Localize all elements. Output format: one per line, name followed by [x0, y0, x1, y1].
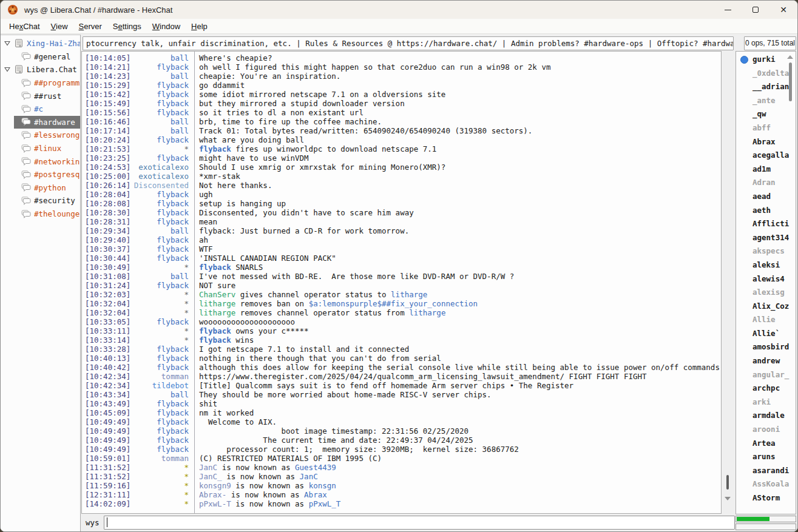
user-item[interactable]: Allie [736, 313, 796, 327]
menu-item-settings[interactable]: Settings [107, 20, 147, 33]
nick[interactable]: * [131, 290, 194, 299]
sidebar-item--security[interactable]: #security [1, 194, 80, 207]
nick[interactable]: * [131, 308, 194, 317]
nick[interactable]: flyback [131, 426, 194, 436]
nick[interactable]: ball [131, 272, 194, 281]
sidebar-item--networkin[interactable]: #networkin [1, 155, 80, 168]
user-item[interactable]: aruns [736, 450, 796, 464]
user-item[interactable]: __adrian [736, 80, 796, 94]
nick[interactable]: tomman [131, 372, 194, 381]
nick[interactable]: flyback [131, 190, 194, 199]
menu-item-window[interactable]: Window [147, 20, 186, 33]
nick[interactable]: flyback [131, 445, 194, 454]
user-item[interactable]: alewis4 [736, 272, 796, 286]
nick[interactable]: * [131, 335, 194, 345]
user-item[interactable]: armdale [736, 409, 796, 423]
nick[interactable]: * [131, 472, 194, 481]
nick[interactable]: tildebot [131, 381, 194, 390]
nick-button[interactable]: wys [83, 518, 104, 527]
nick[interactable]: flyback [131, 199, 194, 208]
user-item[interactable]: asarandi [736, 464, 796, 478]
nick[interactable]: ball [131, 72, 194, 81]
user-item[interactable]: archpc [736, 382, 796, 396]
userlist-scroll-up-icon[interactable] [787, 55, 793, 59]
nick[interactable]: flyback [131, 62, 194, 72]
close-button[interactable]: ✕ [769, 1, 797, 19]
nick[interactable]: * [131, 490, 194, 499]
user-item[interactable]: Abrax [736, 135, 796, 149]
nick[interactable]: flyback [131, 408, 194, 417]
user-item[interactable]: aeth [736, 204, 796, 218]
menu-item-server[interactable]: Server [73, 20, 107, 33]
window-titlebar[interactable]: wys @ Libera.Chat / #hardware - HexChat … [1, 1, 797, 19]
nick[interactable]: flyback [131, 90, 194, 99]
nick[interactable]: * [131, 481, 194, 490]
nick[interactable]: flyback [131, 281, 194, 290]
nick[interactable]: tomman [131, 454, 194, 463]
user-item[interactable]: _0xdelta [736, 67, 796, 81]
sidebar-item--lesswrong[interactable]: #lesswrong [1, 129, 80, 142]
expander-icon[interactable] [1, 67, 14, 72]
menu-item-view[interactable]: View [46, 20, 73, 33]
user-item[interactable]: _qw [736, 107, 796, 121]
userlist-scrollbar-thumb[interactable] [789, 62, 792, 101]
nick[interactable]: flyback [131, 399, 194, 408]
nick[interactable]: flyback [131, 417, 194, 426]
nick[interactable]: * [131, 299, 194, 308]
tree-network-xing-hai-zha[interactable]: Xing-Hai-Zha [1, 37, 80, 50]
nick[interactable]: ball [131, 117, 194, 126]
user-item[interactable]: ad1m [736, 163, 796, 177]
nick[interactable]: * [131, 499, 194, 508]
nick[interactable]: flyback [131, 81, 194, 90]
nick[interactable]: flyback [131, 363, 194, 372]
nick[interactable]: flyback [131, 345, 194, 354]
user-item[interactable]: arooni [736, 423, 796, 437]
sidebar-item--postgresq[interactable]: #postgresq [1, 168, 80, 181]
user-item[interactable]: arki [736, 396, 796, 409]
sidebar-item--hardware[interactable]: #hardware [1, 116, 80, 129]
sidebar-item--general[interactable]: #general [1, 50, 80, 64]
nick[interactable]: * [131, 263, 194, 272]
maximize-button[interactable] [742, 1, 769, 19]
user-item[interactable]: AssKoala [736, 477, 796, 491]
user-item[interactable]: aleksi [736, 258, 796, 272]
user-item[interactable]: Allie` [736, 327, 796, 341]
user-item[interactable]: Alix_Coz [736, 300, 796, 314]
nick[interactable]: ball [131, 126, 194, 135]
user-item[interactable]: _ante [736, 94, 796, 108]
nick[interactable]: flyback [131, 254, 194, 263]
nick[interactable]: flyback [131, 244, 194, 254]
user-item[interactable]: Adran [736, 176, 796, 190]
nick[interactable]: flyback [131, 436, 194, 445]
nick[interactable]: ball [131, 226, 194, 235]
user-item[interactable]: angular_ [736, 368, 796, 382]
nick[interactable]: * [131, 326, 194, 335]
user-item[interactable]: amosbird [736, 340, 796, 354]
user-item[interactable]: agent314 [736, 231, 796, 245]
message-input[interactable] [104, 516, 735, 530]
user-item[interactable]: akspecs [736, 244, 796, 258]
nick[interactable]: * [131, 463, 194, 472]
nick[interactable]: flyback [131, 235, 194, 244]
user-item[interactable]: aead [736, 190, 796, 204]
expander-icon[interactable] [1, 41, 14, 46]
nick[interactable]: ball [131, 53, 194, 62]
sidebar-item--linux[interactable]: #linux [1, 142, 80, 155]
chat-scroll-down-icon[interactable] [725, 497, 731, 500]
user-item[interactable]: Artea [736, 437, 796, 451]
chat-scrollbar[interactable] [722, 51, 735, 514]
sidebar-item--python[interactable]: #python [1, 181, 80, 195]
user-item[interactable]: Afflicti [736, 217, 796, 231]
nick[interactable]: exoticalexo [131, 172, 194, 181]
topic-input[interactable]: ptocurrency talk, unfair discrimination,… [83, 36, 734, 50]
sidebar-item--rust[interactable]: ##rust [1, 89, 80, 103]
user-item[interactable]: AStorm [736, 491, 796, 505]
nick[interactable]: flyback [131, 354, 194, 363]
nick[interactable]: flyback [131, 135, 194, 144]
chat-scrollbar-thumb[interactable] [726, 475, 729, 490]
nick[interactable]: ball [131, 390, 194, 399]
menu-item-help[interactable]: Help [186, 20, 213, 33]
nick[interactable]: flyback [131, 317, 194, 326]
minimize-button[interactable] [714, 1, 742, 19]
nick[interactable]: flyback [131, 217, 194, 226]
